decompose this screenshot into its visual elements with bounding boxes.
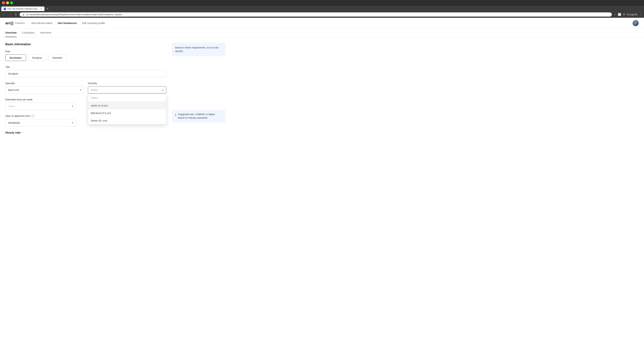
rate-card-text: Suggested rate: US$40/hr or higher based… — [178, 113, 222, 120]
title-label: Title — [5, 66, 166, 68]
tab-bar: Hire Top Remote Software Dev... ✕ + — [0, 6, 644, 11]
window-controls[interactable] — [2, 1, 13, 4]
seniority-option-select[interactable]: Select — [88, 94, 166, 102]
page-tabs: Overview Candidates Interviews — [0, 28, 644, 37]
reload-button[interactable]: ↻ — [14, 12, 18, 17]
main-layout: Basic information Role Developer Designe… — [0, 37, 644, 144]
menu-icon[interactable]: ⋮ — [639, 13, 642, 16]
nav-hire-fulltime[interactable]: Hire full-time talent — [32, 22, 52, 24]
download-icon[interactable]: ⬇ — [623, 13, 625, 16]
logo-arc-text: arc() — [5, 21, 14, 25]
main-nav: Hire full-time talent Hire freelancers E… — [32, 22, 626, 24]
specialty-value: Back-end — [8, 88, 19, 91]
hourly-rate-label: Hourly rate * — [5, 131, 166, 134]
browser-tab-active[interactable]: Hire Top Remote Software Dev... ✕ — [1, 6, 44, 11]
browser-titlebar — [0, 0, 644, 6]
url-bar[interactable]: 🔒 arc.dev/dashboard/requests/kdyp4k9q28/… — [20, 12, 612, 16]
required-indicator: * — [22, 131, 22, 134]
seniority-option-mid[interactable]: Mid-level (3-5 yrs) — [88, 109, 166, 117]
address-bar: ← → ↻ 🔒 arc.dev/dashboard/requests/kdyp4… — [0, 11, 644, 18]
bookmark-icon[interactable]: ☆ — [614, 13, 616, 16]
applicants-value: Worldwide — [8, 121, 20, 124]
seniority-field-group: Seniority Select ▲ Select Junior (1-3 yr… — [88, 82, 166, 93]
forward-button[interactable]: → — [8, 12, 12, 17]
role-field-group: Role Developer Designer Marketer — [5, 50, 166, 61]
info-card-text: based on these requirements, so try to b… — [175, 46, 218, 52]
seniority-placeholder: Select — [91, 88, 98, 91]
logo-subtext: Freelance — [15, 22, 25, 24]
url-text: arc.dev/dashboard/requests/kdyp4k9q28/ov… — [26, 13, 609, 16]
title-input[interactable] — [5, 70, 166, 77]
applicants-select-wrapper: Worldwide ▼ — [5, 119, 76, 126]
applicants-info-icon[interactable]: ? — [31, 114, 34, 117]
form-section: Basic information Role Developer Designe… — [5, 42, 166, 139]
logo: arc() Freelance — [5, 21, 25, 25]
extensions-icon[interactable]: ⬜ — [618, 13, 621, 16]
nav-hire-freelancers[interactable]: Hire freelancers — [58, 22, 77, 24]
info-blue-icon: ℹ — [175, 113, 176, 117]
sidebar: based on these requirements, so try to b… — [172, 42, 226, 139]
seniority-option-senior[interactable]: Senior (5+ yrs) — [88, 117, 166, 124]
seniority-select[interactable]: Select — [88, 86, 166, 93]
hourly-rate-field-group: Hourly rate * — [5, 131, 166, 134]
specialty-label: Specialty — [5, 82, 84, 85]
lock-icon: 🔒 — [22, 13, 25, 16]
specialty-select-wrapper: Back-end ▼ — [5, 86, 84, 93]
role-label: Role — [5, 50, 166, 53]
seniority-select-wrapper: Select ▲ Select Junior (1-3 yrs) Mid-lev… — [88, 86, 166, 93]
tab-favicon — [4, 8, 6, 10]
app-header: arc() Freelance Hire full-time talent Hi… — [0, 18, 644, 28]
role-developer-button[interactable]: Developer — [5, 54, 26, 61]
window-maximize-button[interactable] — [10, 1, 13, 4]
window-minimize-button[interactable] — [6, 1, 9, 4]
nav-edit-company[interactable]: Edit company profile — [82, 22, 105, 24]
role-designer-button[interactable]: Designer — [28, 54, 46, 61]
specialty-select[interactable]: Back-end — [5, 86, 84, 93]
seniority-option-junior[interactable]: Junior (1-3 yrs) — [88, 102, 166, 109]
section-title: Basic information — [5, 42, 166, 46]
specialty-field-group: Specialty Back-end ▼ — [5, 82, 84, 93]
info-card-requirements: based on these requirements, so try to b… — [172, 42, 226, 56]
seniority-label: Seniority — [88, 82, 166, 85]
info-card-rate: ℹ Suggested rate: US$40/hr or higher bas… — [172, 110, 226, 122]
tab-title: Hire Top Remote Software Dev... — [8, 7, 39, 10]
role-marketer-button[interactable]: Marketer — [48, 54, 67, 61]
hours-select-wrapper: Select ▼ — [5, 103, 76, 110]
seniority-dropdown-menu: Select Junior (1-3 yrs) Mid-level (3-5 y… — [88, 94, 166, 124]
specialty-seniority-row: Specialty Back-end ▼ Seniority Select ▲ — [5, 82, 166, 93]
role-buttons: Developer Designer Marketer — [5, 54, 166, 61]
back-button[interactable]: ← — [2, 12, 6, 17]
tab-interviews[interactable]: Interviews — [40, 28, 52, 37]
incognito-label: Incognito — [627, 13, 638, 16]
browser-actions: ☆ ⬜ ⬇ Incognito ⋮ — [614, 13, 642, 16]
tab-close-button[interactable]: ✕ — [40, 8, 42, 10]
tab-overview[interactable]: Overview — [5, 28, 16, 37]
window-close-button[interactable] — [2, 1, 5, 4]
applicants-select[interactable]: Worldwide — [5, 119, 76, 126]
tab-candidates[interactable]: Candidates — [22, 28, 35, 37]
avatar[interactable] — [632, 20, 639, 26]
hours-placeholder: Select — [8, 105, 15, 108]
hours-select[interactable]: Select — [5, 103, 76, 110]
new-tab-button[interactable]: + — [45, 6, 50, 11]
title-field-group: Title — [5, 66, 166, 77]
